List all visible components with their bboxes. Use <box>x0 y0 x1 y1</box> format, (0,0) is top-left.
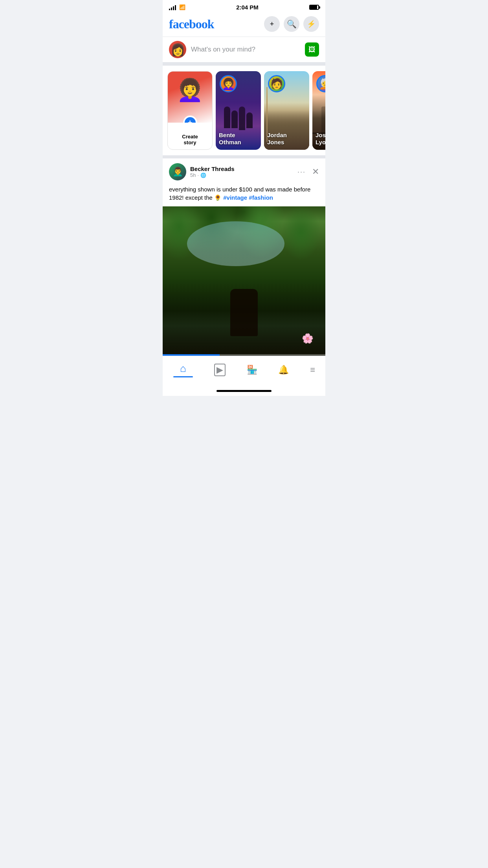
notifications-icon: 🔔 <box>278 365 289 375</box>
home-indicator-bar <box>216 390 272 392</box>
create-story-label: Createstory <box>182 134 198 145</box>
menu-icon: ≡ <box>310 365 315 375</box>
nav-video[interactable]: ▶ <box>208 361 232 379</box>
search-button[interactable]: 🔍 <box>284 16 299 32</box>
avatar-image: 👩 <box>169 41 186 58</box>
more-options-button[interactable]: ··· <box>294 166 309 178</box>
divider-2 <box>163 155 325 158</box>
hashtag-vintage[interactable]: #vintage <box>223 194 247 201</box>
post-user-avatar: 👨‍🦱 <box>169 163 186 180</box>
user-avatar: 👩 <box>169 41 186 58</box>
divider-1 <box>163 63 325 66</box>
battery-icon <box>309 5 319 10</box>
post-actions: ··· ✕ <box>294 166 319 178</box>
wifi-icon: 📶 <box>179 4 185 10</box>
post-header: 👨‍🦱 Becker Threads 5h · 🌐 ··· ✕ <box>163 158 325 184</box>
stories-container: 👩‍🦱 + Createstory <box>163 66 325 155</box>
nav-home[interactable]: ⌂ <box>167 360 199 380</box>
story-label-bente: BenteOthman <box>219 132 258 146</box>
close-post-button[interactable]: ✕ <box>312 167 319 177</box>
create-story-card[interactable]: 👩‍🦱 + Createstory <box>167 71 213 150</box>
home-indicator <box>163 388 325 396</box>
messenger-button[interactable]: ⚡ <box>303 16 319 32</box>
create-story-user-img: 👩‍🦱 <box>168 72 212 123</box>
nav-menu[interactable]: ≡ <box>304 362 321 377</box>
status-left: 📶 <box>169 4 185 10</box>
status-time: 2:04 PM <box>236 4 259 11</box>
create-story-top: 👩‍🦱 + <box>168 72 212 123</box>
photo-icon: 🖼 <box>308 46 316 54</box>
marketplace-icon: 🏪 <box>247 365 257 375</box>
bottom-nav: ⌂ ▶ 🏪 🔔 ≡ <box>163 356 325 388</box>
create-story-bottom: Createstory <box>168 123 212 150</box>
post-username[interactable]: Becker Threads <box>190 166 290 172</box>
facebook-logo: facebook <box>169 17 214 31</box>
header: facebook + 🔍 ⚡ <box>163 13 325 37</box>
post-becker-threads: 👨‍🦱 Becker Threads 5h · 🌐 ··· ✕ everythi… <box>163 158 325 356</box>
sky-patch <box>187 221 284 266</box>
stories-row: 👩‍🦱 + Createstory <box>163 70 325 151</box>
post-meta: 5h · 🌐 <box>190 172 290 178</box>
video-icon: ▶ <box>214 364 226 376</box>
header-icons: + 🔍 ⚡ <box>264 16 319 32</box>
hand-silhouette <box>230 289 258 336</box>
post-composer[interactable]: 👩 What's on your mind? 🖼 <box>163 37 325 63</box>
home-active-indicator <box>173 376 193 377</box>
post-image: 🌸 <box>163 206 325 356</box>
story-avatar-jordan: 🧑 <box>268 75 285 92</box>
flower-emoji: 🌸 <box>302 333 314 344</box>
story-card-joseph[interactable]: 🧑‍🦳 JosephLyons <box>312 71 325 150</box>
story-label-jordan: JordanJones <box>267 132 306 146</box>
story-card-jordan[interactable]: 🧑 JordanJones <box>264 71 309 150</box>
globe-icon: 🌐 <box>200 173 206 178</box>
add-photo-button[interactable]: 🖼 <box>305 42 319 57</box>
post-user-info: Becker Threads 5h · 🌐 <box>190 166 290 178</box>
story-card-bente[interactable]: 👩‍🦱 BenteOthman <box>216 71 261 150</box>
hashtag-fashion[interactable]: #fashion <box>249 194 273 201</box>
add-button[interactable]: + <box>264 16 280 32</box>
search-icon: 🔍 <box>287 19 297 29</box>
add-icon: + <box>270 20 274 28</box>
composer-input[interactable]: What's on your mind? <box>191 46 300 53</box>
story-label-joseph: JosephLyons <box>316 132 325 146</box>
nav-marketplace[interactable]: 🏪 <box>240 362 264 377</box>
story-avatar-bente: 👩‍🦱 <box>220 75 237 92</box>
messenger-icon: ⚡ <box>307 20 316 28</box>
status-bar: 📶 2:04 PM <box>163 0 325 13</box>
post-time: 5h <box>190 172 196 178</box>
signal-icon <box>169 5 176 10</box>
home-icon: ⌂ <box>180 362 186 375</box>
nav-notifications[interactable]: 🔔 <box>272 362 295 377</box>
post-text: everything shown is under $100 and was m… <box>163 184 325 206</box>
separator-dot: · <box>197 172 199 178</box>
